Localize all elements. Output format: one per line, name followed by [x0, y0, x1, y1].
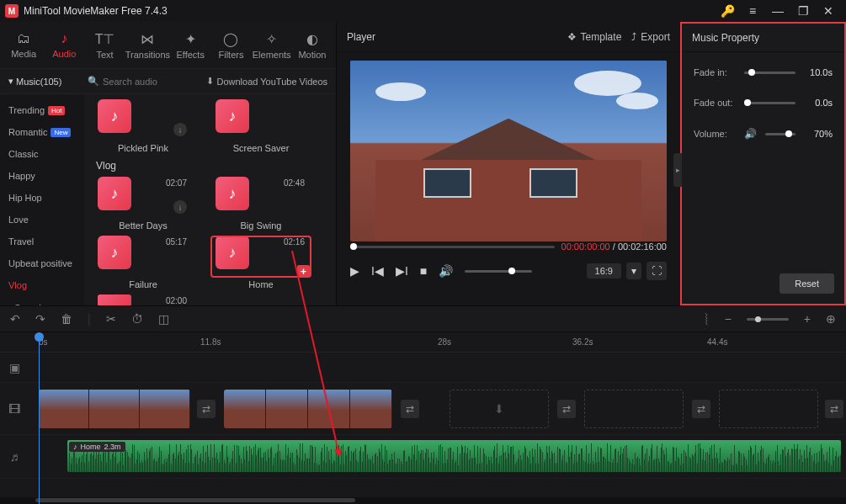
cat-love[interactable]: Love — [0, 209, 84, 231]
cat-hiphop[interactable]: Hip Hop — [0, 187, 84, 209]
tab-filters[interactable]: ◯Filters — [210, 22, 251, 69]
transition-slot[interactable]: ⇄ — [692, 400, 710, 418]
prop-volume-slider[interactable] — [765, 133, 795, 135]
aspect-select[interactable]: 16:9 — [587, 263, 621, 279]
fadein-slider[interactable] — [744, 72, 795, 74]
play-button[interactable]: ▶ — [350, 264, 359, 278]
audio-track-icon[interactable]: ♬ — [0, 450, 29, 464]
tab-transitions[interactable]: ⋈Transitions — [125, 22, 170, 69]
playhead[interactable] — [39, 332, 40, 504]
timeline-scrollbar[interactable] — [0, 497, 846, 504]
undo-button[interactable]: ↶ — [10, 312, 20, 326]
media-toolbar: 🗂Media ♪Audio T⊤Text ⋈Transitions ✦Effec… — [0, 22, 336, 69]
fadeout-slider[interactable] — [744, 102, 795, 104]
add-to-timeline-button[interactable]: + — [297, 265, 310, 278]
transition-slot[interactable]: ⇄ — [401, 400, 419, 418]
download-icon[interactable]: ↓ — [173, 123, 187, 136]
sound-effect-toggle[interactable]: ▸ Sound Effect(47) — [0, 296, 84, 305]
fadein-value: 10.0s — [804, 67, 833, 77]
stop-button[interactable]: ■ — [420, 264, 427, 278]
close-button[interactable]: ✕ — [816, 2, 841, 20]
speed-button[interactable]: ⏱ — [131, 312, 143, 326]
speaker-icon[interactable]: 🔊 — [744, 128, 757, 140]
section-vlog-title: Vlog — [96, 160, 327, 172]
crop-button[interactable]: ◫ — [158, 312, 169, 326]
tab-motion[interactable]: ◐Motion — [292, 22, 333, 69]
template-button[interactable]: ❖ Template — [567, 31, 622, 43]
audio-tile-extra[interactable]: 02:00 — [93, 294, 194, 305]
fullscreen-button[interactable]: ⛶ — [646, 262, 667, 280]
cat-vlog[interactable]: Vlog — [0, 274, 84, 296]
music-icon: ♪ — [111, 244, 119, 262]
seek-slider[interactable] — [350, 246, 555, 248]
app-title: MiniTool MovieMaker Free 7.4.3 — [24, 5, 715, 17]
track-toggle-icon[interactable]: ⦚ — [704, 312, 710, 326]
volume-value: 70% — [804, 129, 833, 139]
empty-slot[interactable] — [719, 390, 818, 428]
prev-frame-button[interactable]: I◀ — [371, 264, 384, 278]
app-logo: M — [5, 4, 19, 18]
download-icon[interactable]: ↓ — [173, 200, 187, 214]
volume-icon[interactable]: 🔊 — [439, 264, 453, 278]
timeline-ruler[interactable]: 0s 11.8s 28s 36.2s 44.4s — [0, 332, 846, 353]
tab-audio[interactable]: ♪Audio — [44, 22, 84, 69]
music-icon: ♪ — [111, 185, 119, 203]
cat-romantic[interactable]: RomanticNew — [0, 121, 84, 143]
video-track-icon[interactable]: 🎞 — [0, 402, 29, 416]
zoom-slider[interactable] — [747, 318, 789, 321]
category-list: TrendingHot RomanticNew Classic Happy Hi… — [0, 94, 84, 305]
zoom-in-button[interactable]: + — [804, 312, 811, 326]
export-button[interactable]: ⤴ Export — [631, 31, 670, 43]
music-category-toggle[interactable]: ▾ Music(105) — [8, 76, 81, 87]
menu-icon[interactable]: ≡ — [740, 2, 765, 20]
audio-clip-home[interactable]: ♪Home 2.3m — [67, 440, 841, 472]
volume-slider[interactable] — [465, 270, 532, 273]
music-icon: ♪ — [229, 108, 237, 125]
cat-happy[interactable]: Happy — [0, 165, 84, 187]
zoom-out-button[interactable]: − — [725, 312, 732, 326]
property-title: Music Property — [682, 24, 844, 52]
transition-slot[interactable]: ⇄ — [825, 400, 843, 418]
audio-tile-better-days[interactable]: ♪ 02:07 ↓ Better Days — [93, 177, 194, 231]
panel-collapse-tab[interactable]: ▸ — [673, 153, 682, 187]
next-frame-button[interactable]: ▶I — [396, 264, 408, 278]
cut-button[interactable]: ✂ — [106, 312, 116, 326]
redo-button[interactable]: ↷ — [35, 312, 45, 326]
video-clip-1[interactable] — [39, 390, 190, 428]
audio-tile-home[interactable]: ♪ 02:16 + Home — [210, 236, 311, 289]
cat-travel[interactable]: Travel — [0, 231, 84, 252]
search-input[interactable]: 🔍 Search audio — [88, 76, 200, 87]
time-display: 00:00:00:00 / 00:02:16:00 — [561, 241, 667, 252]
maximize-button[interactable]: ❐ — [790, 2, 816, 20]
key-icon[interactable]: 🔑 — [715, 2, 740, 20]
audio-tile-screen-saver[interactable]: ♪ Screen Saver — [210, 99, 311, 153]
cat-classic[interactable]: Classic — [0, 143, 84, 165]
overlay-track-icon[interactable]: ▣ — [0, 361, 29, 374]
video-preview — [337, 52, 680, 239]
volume-label: Volume: — [694, 129, 736, 139]
music-icon: ♪ — [111, 108, 119, 125]
video-clip-2[interactable] — [224, 390, 392, 428]
tab-media[interactable]: 🗂Media — [3, 22, 44, 69]
delete-button[interactable]: 🗑 — [61, 312, 72, 326]
audio-tile-pickled-pink[interactable]: ♪ ↓ Pickled Pink — [93, 99, 194, 153]
zoom-fit-button[interactable]: ⊕ — [826, 312, 836, 326]
reset-button[interactable]: Reset — [779, 273, 834, 294]
transition-slot[interactable]: ⇄ — [197, 400, 215, 418]
audio-tile-failure[interactable]: ♪ 05:17 Failure — [93, 236, 194, 289]
music-icon: ♪ — [229, 185, 237, 203]
empty-slot[interactable] — [584, 390, 684, 428]
empty-slot[interactable]: ⬇ — [450, 390, 549, 428]
download-youtube-button[interactable]: ⬇ Download YouTube Videos — [206, 76, 328, 87]
audio-tile-big-swing[interactable]: ♪ 02:48 Big Swing — [210, 177, 311, 231]
tab-elements[interactable]: ✧Elements — [252, 22, 292, 69]
transition-slot[interactable]: ⇄ — [557, 400, 576, 418]
cat-upbeat[interactable]: Upbeat positive — [0, 252, 84, 274]
minimize-button[interactable]: — — [765, 2, 790, 20]
aspect-dropdown[interactable]: ▾ — [626, 263, 641, 279]
music-icon: ♪ — [229, 244, 237, 262]
tab-text[interactable]: T⊤Text — [84, 22, 125, 69]
cat-trending[interactable]: TrendingHot — [0, 99, 84, 121]
tab-effects[interactable]: ✦Effects — [170, 22, 210, 69]
titlebar: M MiniTool MovieMaker Free 7.4.3 🔑 ≡ — ❐… — [0, 0, 846, 22]
